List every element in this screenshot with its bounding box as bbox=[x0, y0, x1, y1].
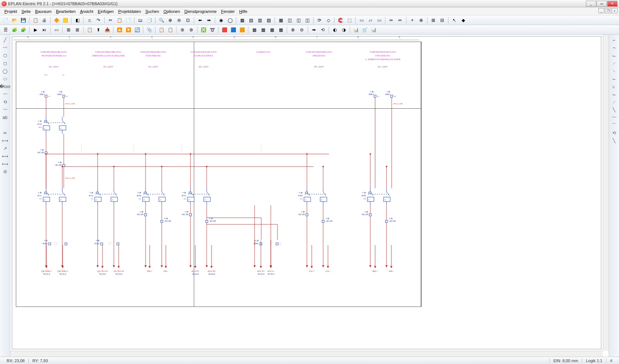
lt-btn-11[interactable] bbox=[1, 122, 10, 129]
tb-btn-36[interactable]: ▦ bbox=[259, 26, 267, 34]
tb-btn-56[interactable]: + bbox=[408, 16, 416, 24]
tb-btn-40[interactable]: ⊕ bbox=[289, 26, 297, 34]
mdi-minimize[interactable]: _ bbox=[598, 8, 604, 13]
tb-btn-22[interactable]: 🔍 bbox=[157, 16, 165, 24]
lt-btn-6[interactable]: �loor bbox=[1, 83, 10, 90]
tb-btn-10[interactable]: ⊞ bbox=[73, 26, 81, 34]
tb-btn-44[interactable]: ◇ bbox=[324, 16, 332, 24]
tb-btn-23[interactable]: 📋 bbox=[166, 26, 174, 34]
tb-btn-29[interactable]: ➰ bbox=[208, 26, 216, 34]
rt-btn-11[interactable]: ⌒ bbox=[610, 122, 619, 129]
tb-btn-23[interactable]: ⊕ bbox=[166, 16, 174, 24]
rt-btn-0[interactable]: ⌐ bbox=[610, 36, 619, 44]
tb-btn-32[interactable]: 🟦 bbox=[229, 26, 237, 34]
tb-btn-25[interactable]: ⊚ bbox=[178, 26, 186, 34]
menu-projekt[interactable]: Projekt bbox=[2, 8, 19, 14]
rt-btn-2[interactable]: ⌙ bbox=[610, 52, 619, 59]
lt-btn-15[interactable]: ⟷ bbox=[1, 153, 10, 160]
tb-btn-1[interactable]: 🧩 bbox=[10, 26, 18, 34]
menu-fenster[interactable]: Fenster bbox=[219, 8, 237, 14]
tb-btn-35[interactable]: ▦ bbox=[250, 26, 258, 34]
tb-btn-16[interactable]: 🔼 bbox=[115, 26, 123, 34]
tb-btn-0[interactable]: 📄 bbox=[1, 16, 10, 24]
tb-btn-31[interactable]: ◯ bbox=[226, 16, 234, 24]
tb-btn-30[interactable]: ◉ bbox=[217, 16, 225, 24]
tb-btn-10[interactable]: ◧ bbox=[73, 16, 81, 24]
tb-btn-38[interactable]: ▦ bbox=[277, 16, 285, 24]
menu-optionen[interactable]: Optionen bbox=[161, 8, 182, 14]
tb-btn-38[interactable]: ▦ bbox=[277, 26, 285, 34]
mdi-restore[interactable]: ❐ bbox=[605, 8, 611, 13]
tb-btn-40[interactable]: ◫ bbox=[294, 16, 302, 24]
rt-btn-6[interactable]: ⟀ bbox=[610, 83, 619, 90]
menu-dienstprogramme[interactable]: Dienstprogramme bbox=[182, 8, 219, 14]
vertical-scrollbar[interactable] bbox=[603, 35, 609, 351]
tb-btn-39[interactable]: ◫ bbox=[286, 16, 294, 24]
tb-btn-62[interactable]: ↖ bbox=[450, 16, 458, 24]
lt-btn-5[interactable]: ⬭ bbox=[1, 75, 10, 83]
mdi-close[interactable]: × bbox=[612, 8, 618, 13]
tb-btn-20[interactable]: 📑 bbox=[145, 16, 153, 24]
tb-btn-41[interactable]: ◫ bbox=[303, 16, 311, 24]
rt-btn-1[interactable]: ¬ bbox=[610, 44, 619, 52]
rt-btn-5[interactable]: ⌙ bbox=[610, 75, 619, 83]
tb-btn-8[interactable]: 🟨 bbox=[61, 16, 69, 24]
rt-btn-4[interactable]: ⟍ bbox=[610, 67, 619, 75]
tb-btn-4[interactable]: 📋 bbox=[31, 16, 39, 24]
lt-btn-0[interactable]: ╱ bbox=[1, 36, 10, 44]
rt-btn-9[interactable]: ╲ bbox=[610, 106, 619, 113]
tb-btn-4[interactable]: ▶ bbox=[31, 26, 39, 34]
tb-btn-0[interactable]: ☰ bbox=[1, 26, 10, 34]
tb-btn-28[interactable]: ❎ bbox=[199, 26, 207, 34]
tb-btn-51[interactable]: 📊 bbox=[370, 26, 378, 34]
lt-btn-14[interactable]: ↗ bbox=[1, 145, 10, 152]
menu-bearbeiten[interactable]: Bearbeiten bbox=[54, 8, 78, 14]
tb-btn-36[interactable]: ▧ bbox=[265, 16, 273, 24]
tb-btn-15[interactable]: ✂ bbox=[106, 16, 115, 24]
tb-btn-41[interactable]: ⊖ bbox=[298, 26, 306, 34]
tb-btn-25[interactable]: ⊡ bbox=[184, 16, 192, 24]
tb-btn-16[interactable]: 📋 bbox=[115, 16, 123, 24]
tb-btn-5[interactable]: ⏯ bbox=[40, 26, 48, 34]
tb-btn-57[interactable]: ⊕ bbox=[417, 16, 425, 24]
menu-einfügen[interactable]: Einfügen bbox=[95, 8, 116, 14]
tb-btn-7[interactable]: 🔶 bbox=[52, 16, 60, 24]
tb-btn-47[interactable]: ⬚ bbox=[345, 16, 353, 24]
tb-btn-2[interactable]: 💾 bbox=[19, 16, 27, 24]
tb-btn-43[interactable]: ⟳ bbox=[315, 16, 324, 24]
rt-btn-12[interactable]: ⟲ bbox=[610, 129, 619, 137]
menu-bauraum[interactable]: Bauraum bbox=[33, 8, 54, 14]
lt-btn-13[interactable]: ⟼ bbox=[1, 137, 10, 144]
tb-btn-13[interactable]: ⬆ bbox=[94, 26, 102, 34]
tb-btn-26[interactable]: ⊚ bbox=[187, 26, 195, 34]
tb-btn-49[interactable]: 📊 bbox=[352, 26, 360, 34]
tb-btn-2[interactable]: 🧩 bbox=[19, 26, 27, 34]
rt-btn-7[interactable]: ⌙ bbox=[610, 91, 619, 98]
tb-btn-37[interactable]: ▦ bbox=[268, 26, 276, 34]
tb-btn-14[interactable]: 📥 bbox=[103, 26, 111, 34]
menu-ansicht[interactable]: Ansicht bbox=[78, 8, 95, 14]
drawing-canvas[interactable]: STROMVERSORGUNGMOTORANTRIEB, LSSTROMVERS… bbox=[12, 36, 601, 349]
tb-btn-60[interactable]: ⊟ bbox=[438, 16, 446, 24]
tb-btn-63[interactable]: ◆ bbox=[459, 16, 467, 24]
tb-btn-22[interactable]: 📋 bbox=[157, 26, 165, 34]
tb-btn-33[interactable]: ▦ bbox=[238, 16, 246, 24]
tb-btn-5[interactable]: 🖨 bbox=[40, 16, 48, 24]
lt-btn-3[interactable]: ◻ bbox=[1, 60, 10, 67]
rt-btn-10[interactable]: 〰 bbox=[610, 114, 619, 121]
tb-btn-35[interactable]: ▥ bbox=[256, 16, 264, 24]
menu-hilfe[interactable]: Hilfe bbox=[237, 8, 249, 14]
lt-btn-9[interactable]: 〰 bbox=[1, 106, 10, 113]
lt-btn-16[interactable]: ⟷ bbox=[1, 160, 10, 168]
rt-btn-3[interactable]: ⟋ bbox=[610, 60, 619, 67]
lt-btn-2[interactable]: ⬡ bbox=[1, 52, 10, 59]
tb-btn-17[interactable]: 📄 bbox=[124, 16, 132, 24]
tb-btn-51[interactable]: ▭ bbox=[375, 16, 383, 24]
tb-btn-27[interactable]: ⬅ bbox=[196, 16, 204, 24]
tb-btn-9[interactable]: ⊞ bbox=[64, 26, 73, 34]
minimize-button[interactable]: _ bbox=[586, 1, 596, 7]
menu-seite[interactable]: Seite bbox=[19, 8, 33, 14]
lt-btn-10[interactable]: ab bbox=[1, 114, 10, 121]
menu-projektdaten[interactable]: Projektdaten bbox=[116, 8, 143, 14]
tb-btn-33[interactable]: 🟧 bbox=[238, 26, 246, 34]
